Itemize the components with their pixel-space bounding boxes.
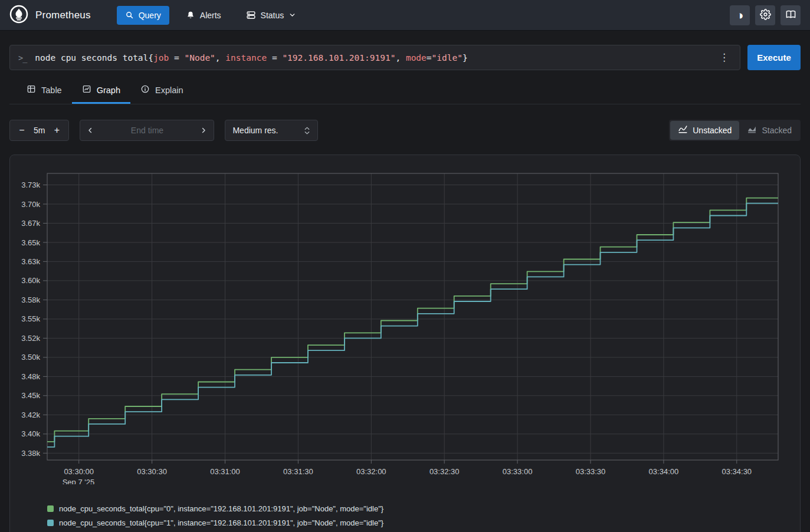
svg-text:3.52k: 3.52k — [21, 334, 40, 343]
svg-text:3.67k: 3.67k — [21, 219, 40, 228]
range-duration-value[interactable]: 5m — [31, 126, 47, 135]
svg-text:03:32:30: 03:32:30 — [429, 467, 460, 476]
svg-text:3.40k: 3.40k — [21, 429, 40, 438]
svg-text:3.42k: 3.42k — [21, 411, 40, 419]
svg-text:3.58k: 3.58k — [21, 295, 40, 304]
stacked-area-icon — [747, 125, 757, 136]
graph-icon — [82, 84, 91, 96]
query-options-kebab-button[interactable]: ⋮ — [716, 49, 733, 66]
end-time-back-button[interactable] — [86, 126, 94, 134]
tab-table[interactable]: Table — [17, 78, 72, 104]
svg-text:3.63k: 3.63k — [21, 257, 40, 266]
unstacked-line-icon — [678, 125, 688, 136]
time-series-chart[interactable]: 3.38k3.40k3.42k3.45k3.48k3.50k3.52k3.55k… — [10, 169, 800, 484]
tab-table-label: Table — [41, 86, 62, 95]
book-icon — [785, 9, 796, 22]
promql-expression-input[interactable]: >_ node_cpu_seconds_total{job = "Node", … — [9, 45, 740, 70]
range-duration-control: − 5m + — [9, 120, 69, 141]
main-nav: Query Alerts Status — [117, 5, 305, 25]
execute-button[interactable]: Execute — [747, 45, 801, 70]
svg-text:03:31:00: 03:31:00 — [210, 467, 240, 476]
graph-panel: 3.38k3.40k3.42k3.45k3.48k3.50k3.52k3.55k… — [9, 155, 801, 532]
unstacked-label: Unstacked — [693, 126, 732, 135]
svg-text:03:33:30: 03:33:30 — [576, 467, 606, 476]
app-title: Prometheus — [35, 9, 91, 21]
server-icon — [246, 10, 256, 20]
svg-text:3.45k: 3.45k — [21, 391, 40, 400]
theme-toggle-button[interactable]: ◑ — [730, 5, 750, 25]
svg-text:03:32:00: 03:32:00 — [356, 467, 386, 476]
top-navbar: Prometheus Query Alerts — [0, 0, 810, 31]
navbar-actions: ◑ — [730, 5, 801, 25]
svg-text:3.50k: 3.50k — [21, 353, 40, 362]
stacking-segmented-control: Unstacked Stacked — [669, 120, 801, 141]
legend-item[interactable]: node_cpu_seconds_total{cpu="1", instance… — [47, 518, 800, 527]
brand: Prometheus — [9, 5, 91, 26]
svg-text:03:33:00: 03:33:00 — [503, 467, 533, 476]
legend-swatch — [47, 520, 54, 526]
svg-text:3.73k: 3.73k — [21, 180, 40, 189]
nav-alerts-button[interactable]: Alerts — [178, 6, 229, 25]
nav-status-button[interactable]: Status — [238, 5, 305, 25]
svg-text:Sep 7 '25: Sep 7 '25 — [63, 478, 95, 484]
chart-wrap: 3.38k3.40k3.42k3.45k3.48k3.50k3.52k3.55k… — [10, 169, 800, 487]
end-time-forward-button[interactable] — [199, 126, 208, 134]
svg-text:03:30:30: 03:30:30 — [137, 467, 167, 476]
svg-text:03:31:30: 03:31:30 — [283, 467, 313, 476]
table-icon — [27, 84, 36, 96]
resolution-select[interactable]: Medium res. — [225, 120, 318, 141]
svg-text:3.48k: 3.48k — [21, 372, 40, 381]
svg-text:3.65k: 3.65k — [21, 238, 40, 247]
svg-text:3.70k: 3.70k — [21, 200, 40, 209]
nav-status-label: Status — [261, 11, 284, 20]
nav-alerts-label: Alerts — [200, 11, 221, 20]
settings-button[interactable] — [755, 5, 775, 25]
tab-explain-label: Explain — [155, 86, 183, 95]
svg-text:3.55k: 3.55k — [21, 314, 40, 323]
unstacked-button[interactable]: Unstacked — [670, 121, 739, 140]
tab-graph-label: Graph — [97, 86, 120, 95]
nav-query-label: Query — [139, 11, 161, 20]
chevron-down-icon — [288, 11, 296, 19]
resolution-value: Medium res. — [232, 126, 278, 135]
stacked-button[interactable]: Stacked — [739, 121, 799, 140]
decrease-range-button[interactable]: − — [14, 121, 30, 140]
select-updown-icon — [304, 126, 310, 135]
nav-query-button[interactable]: Query — [117, 6, 169, 25]
tab-graph[interactable]: Graph — [72, 78, 130, 104]
prometheus-logo-icon — [9, 5, 28, 26]
legend-item[interactable]: node_cpu_seconds_total{cpu="0", instance… — [47, 504, 800, 513]
docs-button[interactable] — [781, 5, 801, 25]
end-time-placeholder: End time — [131, 126, 163, 135]
legend-series-name: node_cpu_seconds_total{cpu="0", instance… — [59, 504, 383, 513]
legend-series-name: node_cpu_seconds_total{cpu="1", instance… — [59, 518, 383, 527]
bell-icon — [186, 11, 195, 20]
svg-text:03:30:00: 03:30:00 — [64, 467, 94, 476]
gear-icon — [760, 9, 771, 22]
chart-legend: node_cpu_seconds_total{cpu="0", instance… — [47, 504, 800, 527]
svg-text:03:34:00: 03:34:00 — [649, 467, 679, 476]
increase-range-button[interactable]: + — [48, 121, 65, 140]
end-time-picker[interactable]: End time — [80, 120, 214, 141]
terminal-prompt-icon: >_ — [18, 53, 27, 63]
tab-explain[interactable]: Explain — [130, 78, 194, 104]
graph-controls: − 5m + End time Medium res. — [9, 120, 801, 141]
svg-text:03:34:30: 03:34:30 — [722, 467, 752, 476]
info-icon — [140, 84, 150, 96]
stacked-label: Stacked — [762, 126, 792, 135]
promql-expression[interactable]: node_cpu_seconds_total{job = "Node", ins… — [35, 53, 716, 63]
search-icon — [125, 11, 134, 19]
query-row: >_ node_cpu_seconds_total{job = "Node", … — [9, 45, 801, 70]
svg-text:3.60k: 3.60k — [21, 276, 40, 285]
svg-text:3.38k: 3.38k — [21, 449, 40, 458]
result-tabs: Table Graph Explain — [9, 78, 801, 104]
theme-contrast-icon: ◑ — [736, 9, 744, 21]
legend-swatch — [47, 505, 54, 512]
